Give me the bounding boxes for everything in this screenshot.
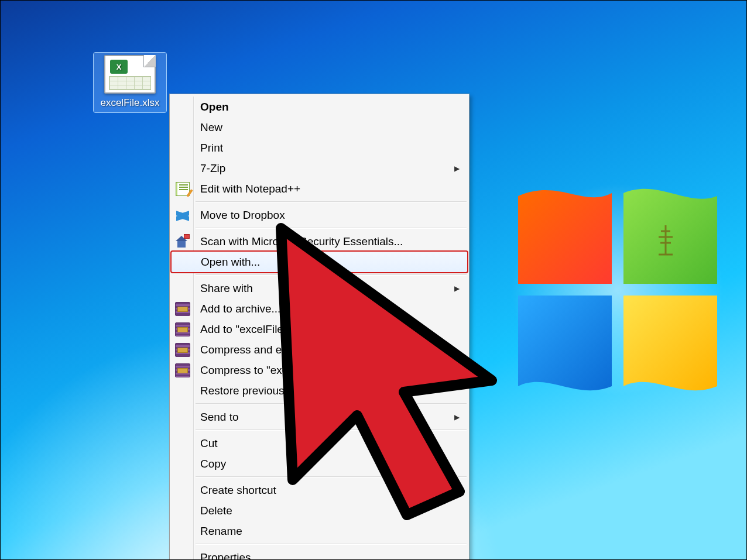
desktop-icon-label: excelFile.xlsx	[95, 97, 165, 109]
menu-item-label: Cut	[200, 437, 218, 450]
notepadpp-icon	[174, 181, 191, 197]
menu-item-new[interactable]: New	[171, 117, 468, 138]
menu-separator	[196, 476, 467, 477]
menu-separator	[196, 201, 467, 202]
winrar-icon	[174, 362, 191, 379]
menu-item-add-to-excelfile-rar[interactable]: Add to "excelFile.rar"	[171, 319, 468, 339]
menu-separator	[196, 228, 467, 229]
menu-item-label: Open with...	[201, 256, 260, 269]
menu-item-label: Send to	[200, 411, 239, 424]
desktop-icon-excelfile[interactable]: X excelFile.xlsx	[94, 53, 166, 112]
menu-item-label: Properties	[200, 551, 251, 561]
menu-item-share-with[interactable]: Share with▶	[171, 278, 468, 298]
menu-item-print[interactable]: Print	[171, 138, 468, 158]
menu-item-label: Copy	[200, 458, 226, 470]
dropbox-icon	[174, 207, 191, 224]
menu-item-properties[interactable]: Properties	[171, 547, 468, 560]
menu-item-label: Compress to "excelFile.rar" and email	[200, 364, 386, 377]
menu-item-add-to-archive[interactable]: Add to archive...	[171, 298, 468, 319]
menu-item-label: 7-Zip	[200, 162, 225, 175]
menu-item-move-to-dropbox[interactable]: Move to Dropbox	[171, 205, 468, 225]
menu-item-label: Restore previous versions	[200, 384, 329, 397]
menu-item-rename[interactable]: Rename	[171, 521, 468, 541]
menu-item-label: Add to "excelFile.rar"	[200, 323, 304, 336]
menu-item-label: Rename	[200, 525, 242, 538]
submenu-arrow-icon: ▶	[454, 284, 460, 293]
menu-separator	[196, 403, 467, 404]
menu-item-restore-previous-versions[interactable]: Restore previous versions	[171, 380, 468, 401]
menu-item-open[interactable]: Open	[171, 97, 468, 117]
windows-logo-wallpaper	[480, 152, 747, 427]
menu-item-label: Add to archive...	[200, 303, 280, 315]
svg-point-0	[480, 152, 747, 427]
menu-item-open-with[interactable]: Open with...	[171, 251, 468, 273]
winrar-icon	[174, 321, 191, 338]
menu-item-compress-and-email[interactable]: Compress and email...	[171, 339, 468, 360]
menu-item-cut[interactable]: Cut	[171, 433, 468, 454]
submenu-arrow-icon: ▶	[454, 164, 460, 173]
menu-item-label: Share with	[200, 282, 253, 295]
menu-item-label: New	[200, 121, 222, 134]
menu-item-label: Move to Dropbox	[200, 209, 285, 222]
menu-item-label: Scan with Microsoft Security Essentials.…	[200, 235, 403, 248]
menu-item-edit-with-notepad[interactable]: Edit with Notepad++	[171, 178, 468, 199]
menu-item-scan-with-microsoft-security-essentials[interactable]: Scan with Microsoft Security Essentials.…	[171, 231, 468, 252]
menu-item-label: Print	[200, 142, 223, 154]
menu-item-label: Compress and email...	[200, 343, 311, 356]
submenu-arrow-icon: ▶	[454, 413, 460, 421]
winrar-icon	[174, 342, 191, 358]
menu-item-label: Create shortcut	[200, 484, 276, 497]
winrar-icon	[174, 301, 191, 317]
menu-item-compress-to-excelfile-rar-and-email[interactable]: Compress to "excelFile.rar" and email	[171, 360, 468, 380]
desktop[interactable]: X excelFile.xlsx OpenNewPrint7-Zip▶Edit …	[0, 0, 747, 560]
excel-file-icon: X	[104, 55, 156, 94]
menu-item-label: Edit with Notepad++	[200, 183, 300, 195]
menu-item-copy[interactable]: Copy	[171, 454, 468, 474]
menu-item-7-zip[interactable]: 7-Zip▶	[171, 158, 468, 178]
context-menu: OpenNewPrint7-Zip▶Edit with Notepad++Mov…	[169, 94, 470, 560]
menu-separator	[196, 544, 467, 545]
menu-separator	[196, 274, 467, 276]
menu-item-create-shortcut[interactable]: Create shortcut	[171, 480, 468, 500]
menu-item-label: Delete	[200, 504, 232, 517]
menu-item-delete[interactable]: Delete	[171, 500, 468, 521]
mse-icon	[174, 233, 191, 250]
menu-item-send-to[interactable]: Send to▶	[171, 407, 468, 427]
menu-separator	[196, 430, 467, 431]
menu-item-label: Open	[200, 101, 229, 114]
